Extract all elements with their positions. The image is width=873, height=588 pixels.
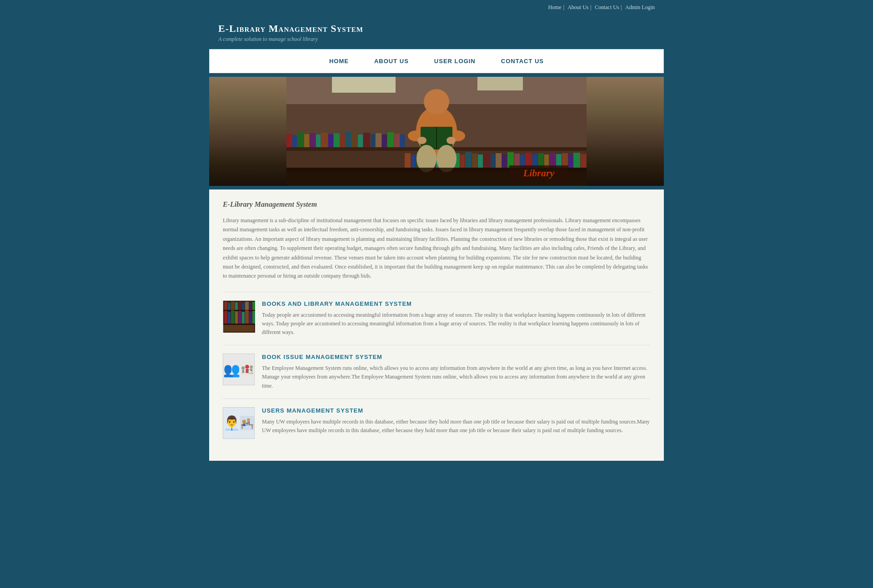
svg-rect-74 — [228, 312, 231, 324]
svg-rect-21 — [376, 133, 381, 147]
svg-rect-17 — [352, 134, 357, 147]
svg-rect-20 — [371, 134, 375, 147]
svg-rect-43 — [502, 154, 507, 168]
svg-rect-109 — [246, 423, 249, 424]
sep1: | — [563, 4, 566, 10]
svg-point-58 — [424, 89, 449, 115]
svg-rect-55 — [573, 153, 580, 168]
svg-point-98 — [250, 365, 253, 368]
svg-rect-87 — [242, 303, 245, 310]
feature-books-library: BOOKS AND LIBRARY MANAGEMENT SYSTEM Toda… — [223, 292, 650, 345]
book-issue-desc: The Employee Management System runs onli… — [262, 364, 650, 390]
svg-rect-3 — [477, 77, 523, 90]
topbar-home-link[interactable]: Home — [548, 4, 561, 10]
svg-rect-41 — [491, 154, 495, 168]
svg-rect-85 — [235, 302, 238, 310]
svg-point-106 — [247, 419, 250, 422]
feature-book-issue: BOOK ISSUE MANAGEMENT SYSTEM The Employe… — [223, 345, 650, 399]
sep2: | — [591, 4, 593, 10]
svg-rect-15 — [340, 135, 345, 147]
svg-rect-81 — [252, 311, 255, 324]
svg-rect-89 — [249, 302, 252, 310]
nav-bar: HOME ABOUT US USER LOGIN CONTACT US — [209, 49, 664, 73]
feature-users-mgmt: USERS MANAGEMENT SYSTEM Many UW employee… — [223, 399, 650, 447]
svg-rect-99 — [251, 369, 252, 371]
book-issue-image — [223, 354, 255, 385]
sep3: | — [621, 4, 623, 10]
svg-rect-7 — [292, 135, 297, 147]
svg-text:Library: Library — [523, 167, 555, 179]
content-area: E-Library Management System Library mana… — [209, 189, 664, 461]
users-mgmt-content: USERS MANAGEMENT SYSTEM Many UW employee… — [262, 407, 650, 435]
nav-about[interactable]: ABOUT US — [361, 50, 421, 73]
svg-rect-77 — [238, 311, 241, 324]
users-mgmt-desc: Many UW employees have multiple records … — [262, 418, 650, 435]
svg-rect-6 — [286, 134, 292, 147]
svg-rect-90 — [252, 302, 255, 310]
books-library-desc: Today people are accustomed to accessing… — [262, 311, 650, 337]
content-title: E-Library Management System — [223, 200, 650, 209]
svg-point-65 — [417, 137, 426, 144]
svg-rect-56 — [581, 154, 587, 168]
svg-rect-14 — [334, 133, 340, 147]
svg-rect-38 — [472, 154, 477, 168]
content-description: Library management is a sub-discipline o… — [223, 216, 650, 281]
svg-rect-24 — [394, 134, 400, 147]
site-header: E-Library Management System A complete s… — [209, 14, 664, 49]
topbar-about-link[interactable]: About Us — [567, 4, 588, 10]
svg-rect-80 — [249, 311, 252, 324]
svg-rect-2 — [332, 77, 396, 93]
nav-user-login[interactable]: USER LOGIN — [421, 50, 488, 73]
svg-rect-22 — [382, 135, 387, 147]
svg-rect-9 — [304, 134, 309, 147]
nav-home[interactable]: HOME — [316, 50, 361, 73]
svg-rect-73 — [224, 311, 227, 324]
svg-rect-8 — [297, 132, 304, 147]
books-library-content: BOOKS AND LIBRARY MANAGEMENT SYSTEM Toda… — [262, 300, 650, 337]
svg-rect-27 — [405, 153, 411, 168]
svg-point-66 — [447, 137, 456, 144]
svg-rect-84 — [231, 302, 235, 310]
topbar-contact-link[interactable]: Contact Us — [595, 4, 619, 10]
book-issue-content: BOOK ISSUE MANAGEMENT SYSTEM The Employe… — [262, 354, 650, 390]
books-library-image — [223, 300, 255, 332]
svg-rect-44 — [507, 152, 514, 168]
svg-rect-40 — [483, 153, 490, 168]
svg-rect-75 — [231, 310, 235, 324]
svg-point-92 — [245, 365, 249, 369]
svg-rect-25 — [400, 135, 405, 147]
svg-rect-102 — [242, 425, 243, 429]
books-library-title: BOOKS AND LIBRARY MANAGEMENT SYSTEM — [262, 300, 650, 307]
users-mgmt-image — [223, 407, 255, 439]
site-subtitle: A complete solution to manage school lib… — [218, 36, 664, 43]
svg-rect-37 — [465, 152, 472, 168]
svg-rect-11 — [316, 135, 321, 147]
svg-rect-13 — [328, 134, 333, 147]
svg-rect-18 — [358, 135, 363, 147]
svg-rect-19 — [363, 133, 370, 147]
svg-rect-88 — [245, 302, 249, 310]
svg-rect-28 — [411, 154, 416, 168]
top-bar: Home | About Us | Contact Us | Admin Log… — [209, 0, 664, 14]
book-issue-title: BOOK ISSUE MANAGEMENT SYSTEM — [262, 354, 650, 360]
svg-rect-97 — [242, 370, 244, 373]
svg-rect-10 — [310, 133, 316, 147]
topbar-admin-link[interactable]: Admin Login — [625, 4, 655, 10]
svg-rect-105 — [243, 424, 246, 426]
svg-rect-78 — [242, 312, 245, 324]
svg-rect-71 — [223, 324, 255, 326]
hero-image: Library — [209, 77, 664, 186]
svg-rect-36 — [460, 154, 465, 168]
svg-rect-39 — [478, 154, 483, 168]
svg-rect-82 — [224, 302, 227, 310]
site-title: E-Library Management System — [218, 23, 664, 35]
svg-rect-103 — [252, 425, 253, 429]
svg-point-96 — [241, 367, 245, 370]
nav-contact[interactable]: CONTACT US — [488, 50, 557, 73]
svg-rect-12 — [321, 133, 328, 147]
svg-rect-54 — [568, 154, 573, 168]
svg-rect-23 — [387, 132, 394, 147]
hero-section: Library — [209, 77, 664, 186]
svg-rect-76 — [235, 311, 238, 324]
svg-rect-16 — [345, 132, 351, 147]
